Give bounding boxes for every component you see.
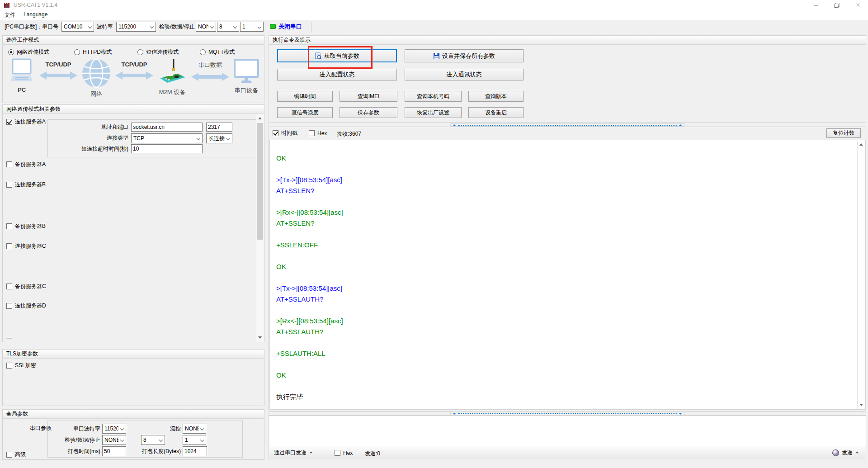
checkbox-ssl[interactable]: SSL加密 — [6, 362, 36, 369]
menu-file[interactable]: 文件 — [5, 11, 15, 19]
server-a-port-input[interactable] — [206, 123, 232, 132]
checkbox-backup-server-b[interactable]: 备份服务器B — [6, 223, 46, 230]
network-params-title: 网络透传模式相关参数 — [3, 105, 264, 114]
compile-time-button[interactable]: 编译时间 — [277, 91, 333, 102]
set-save-params-button[interactable]: 设置并保存所有参数 — [405, 49, 524, 62]
chevron-down-icon — [150, 25, 154, 28]
g-stopbits-select[interactable]: 1 — [183, 435, 206, 445]
send-splitter[interactable] — [269, 411, 866, 416]
conn-type-select[interactable]: TCP — [131, 133, 203, 143]
checkbox-backup-server-a[interactable]: 备份服务器A — [6, 161, 46, 168]
collapse-down-icon — [679, 413, 682, 415]
network-label: 网络 — [90, 90, 102, 98]
log-line — [276, 272, 865, 283]
log-line: AT+SSLEN? — [276, 218, 865, 229]
packtime-input[interactable] — [102, 446, 126, 456]
minimize-button[interactable] — [806, 0, 826, 10]
splitter-handle[interactable] — [450, 412, 684, 415]
params-scrollbar[interactable] — [256, 114, 264, 341]
checkbox-backup-server-c[interactable]: 备份服务器C — [6, 283, 46, 290]
scroll-up-icon[interactable] — [256, 114, 264, 122]
close-button[interactable] — [847, 0, 868, 10]
checkbox-server-c[interactable]: 连接服务器C — [6, 243, 46, 250]
checkbox-server-b[interactable]: 连接服务器B — [6, 181, 46, 188]
query-version-button[interactable]: 查询版本 — [468, 91, 524, 102]
radio-sms[interactable]: 短信透传模式 — [137, 49, 179, 56]
log-output[interactable]: OK >[Tx->][08:53:54][asc] AT+SSLEN? >[Rx… — [269, 140, 866, 410]
radio-icon — [8, 49, 14, 55]
log-line: 执行完毕 — [276, 392, 865, 402]
checkbox-icon — [273, 130, 278, 136]
log-line: +SSLEN:OFF — [276, 240, 865, 251]
databits-select[interactable]: 8 — [217, 22, 239, 32]
baud-label: 波特率 — [97, 20, 113, 33]
send-input-area[interactable] — [269, 416, 866, 446]
menu-language[interactable]: Language — [24, 11, 47, 18]
server-a-address-input[interactable] — [131, 123, 203, 132]
chevron-down-icon — [200, 427, 204, 430]
close-port-button[interactable]: 关闭串口 — [278, 20, 302, 33]
factory-reset-button[interactable]: 恢复出厂设置 — [405, 107, 462, 118]
enter-comm-button[interactable]: 进入通讯状态 — [405, 69, 524, 80]
stopbits-select[interactable]: 1 — [240, 22, 264, 32]
checkbox-server-d[interactable]: 连接服务器D — [6, 303, 46, 309]
checkbox-server-a[interactable]: 连接服务器A — [6, 118, 46, 125]
pc-label: PC — [18, 86, 26, 93]
scroll-down-icon[interactable] — [858, 401, 865, 409]
radio-mqtt[interactable]: MQTT模式 — [200, 49, 235, 56]
log-line: OK — [276, 153, 865, 164]
scroll-down-icon[interactable] — [256, 334, 264, 341]
g-parity-select[interactable]: NONE — [102, 435, 126, 445]
restore-button[interactable] — [826, 0, 847, 10]
send-via-serial-dropdown[interactable]: 通过串口发送 — [274, 446, 313, 459]
query-signal-button[interactable]: 查信号强度 — [277, 107, 333, 118]
flow-select[interactable]: NONE — [183, 424, 206, 434]
collapse-down-icon — [453, 413, 456, 415]
splitter-handle[interactable] — [450, 123, 684, 127]
checkbox-send-hex[interactable]: Hex — [335, 449, 353, 456]
g-databits-select[interactable]: 8 — [141, 435, 165, 445]
chevron-down-icon — [200, 438, 204, 442]
keepalive-select[interactable]: 长连接 — [206, 133, 232, 143]
pc-node: PC — [8, 58, 35, 93]
log-splitter[interactable] — [269, 123, 866, 127]
query-phone-number-button[interactable]: 查询本机号码 — [405, 91, 462, 102]
com-port-select[interactable]: COM10 — [61, 22, 94, 32]
m2m-label: M2M 设备 — [159, 88, 186, 96]
checkbox-timestamp[interactable]: 时间戳 — [273, 130, 297, 137]
laptop-icon — [8, 58, 35, 85]
close-icon — [855, 2, 860, 8]
log-scrollbar[interactable] — [857, 141, 865, 409]
enter-config-button[interactable]: 进入配置状态 — [277, 69, 397, 80]
log-line — [276, 229, 865, 240]
log-line: >[Tx->][08:53:54][asc] — [276, 175, 865, 185]
scroll-up-icon[interactable] — [858, 141, 865, 148]
chevron-down-icon — [159, 438, 163, 442]
radio-httpd[interactable]: HTTPD模式 — [74, 49, 112, 56]
device-restart-button[interactable]: 设备重启 — [468, 107, 524, 118]
send-button[interactable]: 发送 — [832, 446, 859, 459]
checkbox-icon — [6, 182, 12, 188]
baud-select[interactable]: 115200 — [116, 22, 156, 32]
exec-panel: 执行命令及提示 获取当前参数 设置并保存所有参数 — [269, 35, 866, 459]
radio-net-transparent[interactable]: 网络透传模式 — [8, 49, 49, 56]
scrollbar-thumb[interactable] — [257, 123, 263, 240]
g-baud-select[interactable]: 115200 — [102, 424, 126, 434]
query-imei-button[interactable]: 查询IMEI — [340, 91, 397, 102]
parity-select[interactable]: NONI — [196, 22, 216, 32]
dropdown-arrow-icon — [309, 452, 313, 454]
log-line — [276, 164, 865, 175]
save-params-button[interactable]: 保存参数 — [340, 107, 397, 118]
mode-diagram: PC TCP/UDP 网络 — [8, 58, 259, 102]
pc-serial-label: [PC串口参数]：串口号 — [5, 20, 58, 33]
checkbox-advanced[interactable]: 高级 — [6, 451, 26, 458]
log-line: >[Rx<-][08:53:54][asc] — [276, 316, 865, 326]
timeout-input[interactable] — [131, 144, 203, 153]
app-icon — [4, 2, 10, 8]
network-params-group: 网络透传模式相关参数 连接服务器A 地址和端口 连接类型 TCP 长连接 短连接… — [2, 104, 264, 342]
packlen-input[interactable] — [183, 446, 207, 456]
window-title: USR-CAT1 V1.1.4 — [14, 2, 57, 8]
reset-counter-button[interactable]: 复位计数 — [826, 128, 861, 138]
checkbox-log-hex[interactable]: Hex — [309, 130, 327, 137]
minimize-icon — [813, 2, 819, 8]
